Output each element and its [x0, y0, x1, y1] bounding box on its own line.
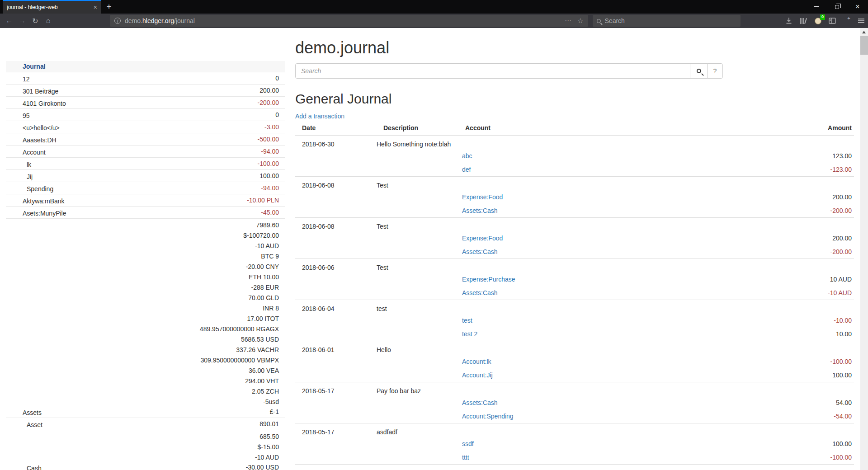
posting-account-link[interactable]: Account:Spending: [462, 413, 514, 420]
page-actions-icon[interactable]: ⋯: [565, 17, 572, 25]
transaction-title-row[interactable]: 2018-06-30Hello Something note:blah: [295, 136, 854, 150]
empty-cell: [377, 437, 458, 451]
transaction-date: 2018-06-30: [295, 136, 377, 150]
browser-tab[interactable]: journal - hledger-web ×: [3, 0, 101, 14]
posting-account-link[interactable]: Expense:Food: [462, 235, 503, 242]
empty-cell: [684, 177, 854, 191]
posting-account-link[interactable]: abc: [462, 152, 472, 160]
account-name[interactable]: <u>hello</u>: [6, 124, 264, 132]
account-name[interactable]: 95: [6, 112, 275, 119]
transaction-title-row[interactable]: 2018-05-17asdfadf: [295, 423, 854, 437]
account-name[interactable]: Asset: [6, 421, 259, 428]
back-button[interactable]: ←: [3, 15, 16, 27]
pocket-grid-icon[interactable]: +: [843, 17, 851, 25]
balance-amount: -3.00: [264, 122, 279, 132]
home-button[interactable]: ⌂: [42, 15, 55, 27]
posting-row: Expense:Purchase10 AUD: [295, 273, 854, 286]
journal-link[interactable]: Journal: [23, 63, 46, 70]
site-info-icon[interactable]: i: [114, 18, 121, 24]
library-icon[interactable]: [799, 17, 807, 25]
posting-account-link[interactable]: ssdf: [462, 440, 474, 447]
empty-cell: [684, 259, 854, 273]
account-name[interactable]: Account: [6, 149, 261, 156]
posting-account-cell: Account:lk: [458, 355, 684, 368]
empty-cell: [295, 355, 377, 368]
posting-account-link[interactable]: test: [462, 317, 472, 324]
minimize-icon: [814, 6, 819, 7]
account-name[interactable]: Jij: [6, 173, 259, 180]
account-name[interactable]: lk: [6, 161, 258, 168]
tab-close-icon[interactable]: ×: [94, 4, 97, 10]
empty-cell: [377, 451, 458, 465]
scrollbar-thumb[interactable]: [860, 36, 868, 55]
transaction-description: Test: [377, 465, 458, 470]
empty-cell: [295, 190, 377, 204]
balance-amount: 5686.53 USD: [200, 334, 279, 345]
empty-cell: [684, 382, 854, 396]
account-name[interactable]: 12: [6, 75, 275, 83]
posting-account-link[interactable]: test 2: [462, 330, 477, 338]
window-restore-button[interactable]: [826, 0, 847, 14]
posting-row: Expense:Food200.00: [295, 190, 854, 204]
transaction-description: Hello Something note:blah: [377, 136, 458, 150]
download-icon[interactable]: [785, 17, 793, 25]
transaction-title-row[interactable]: 2018-06-04test: [295, 300, 854, 314]
posting-account-link[interactable]: tttt: [462, 454, 469, 461]
browser-search-box[interactable]: Search: [593, 15, 741, 27]
forward-button[interactable]: →: [16, 15, 29, 27]
new-tab-button[interactable]: +: [101, 0, 117, 14]
sidebar-toggle-icon[interactable]: [828, 17, 836, 25]
menu-icon[interactable]: [857, 17, 865, 25]
search-icon: [597, 19, 601, 23]
transaction-title-row[interactable]: 2018-06-08Test: [295, 218, 854, 232]
reload-button[interactable]: ↻: [29, 15, 42, 27]
posting-account-cell: Assets:Cash: [458, 396, 684, 409]
balance-amount: 100.00: [259, 171, 279, 180]
page-scrollbar[interactable]: [860, 28, 868, 470]
search-button[interactable]: [690, 63, 708, 79]
search-help-button[interactable]: ?: [707, 63, 723, 79]
sidebar-account-row: Asset890.01: [6, 418, 285, 430]
account-name[interactable]: Assets: [6, 409, 200, 416]
posting-account-link[interactable]: Expense:Food: [462, 193, 503, 201]
posting-account-link[interactable]: Assets:Cash: [462, 207, 498, 214]
transaction-title-row[interactable]: 2018-05-17Test: [295, 465, 854, 470]
transaction-title-row[interactable]: 2018-06-01Hello: [295, 341, 854, 355]
page-title: demo.journal: [295, 39, 854, 57]
posting-account-link[interactable]: Account:lk: [462, 358, 491, 365]
account-balance: 0: [275, 110, 279, 119]
window-close-button[interactable]: ×: [847, 0, 868, 14]
url-bar[interactable]: i demo.hledger.org/journal ⋯ ☆: [110, 15, 588, 27]
posting-account-link[interactable]: Assets:Cash: [462, 289, 498, 296]
search-input[interactable]: [295, 63, 690, 79]
bookmark-star-icon[interactable]: ☆: [577, 17, 583, 25]
transaction-title-row[interactable]: 2018-06-06Test: [295, 259, 854, 273]
account-balance: -500.00: [258, 135, 279, 144]
account-name[interactable]: Cash: [6, 465, 246, 470]
posting-account-link[interactable]: Account:Jij: [462, 371, 493, 379]
balance-amount: 17.00 ITOT: [200, 314, 279, 324]
empty-cell: [377, 314, 458, 327]
account-name[interactable]: 4101 Girokonto: [6, 100, 258, 107]
empty-cell: [377, 273, 458, 286]
posting-account-link[interactable]: Expense:Purchase: [462, 276, 515, 283]
scrollbar-up-arrow[interactable]: [862, 31, 866, 33]
posting-account-link[interactable]: def: [462, 166, 471, 173]
add-transaction-link[interactable]: Add a transaction: [295, 113, 344, 120]
posting-amount: -54.00: [684, 409, 854, 423]
posting-account-link[interactable]: Assets:Cash: [462, 248, 498, 255]
browser-titlebar: journal - hledger-web × + ×: [0, 0, 868, 14]
transaction-title-row[interactable]: 2018-05-17Pay foo bar baz: [295, 382, 854, 396]
extension-icon[interactable]: 0: [814, 17, 822, 25]
account-name[interactable]: 301 Beiträge: [6, 88, 259, 95]
window-minimize-button[interactable]: [806, 0, 826, 14]
account-name[interactable]: Aktywa:mBank: [6, 197, 247, 205]
account-name[interactable]: Asets:MunyPile: [6, 210, 261, 217]
account-name[interactable]: Spending: [6, 185, 261, 193]
account-name[interactable]: Aaasets:DH: [6, 136, 258, 144]
empty-cell: [458, 382, 684, 396]
balance-amount: -5usd: [200, 397, 279, 407]
posting-account-link[interactable]: Assets:Cash: [462, 399, 498, 406]
transaction-title-row[interactable]: 2018-06-08Test: [295, 177, 854, 191]
account-balance: -200.00: [258, 98, 279, 107]
